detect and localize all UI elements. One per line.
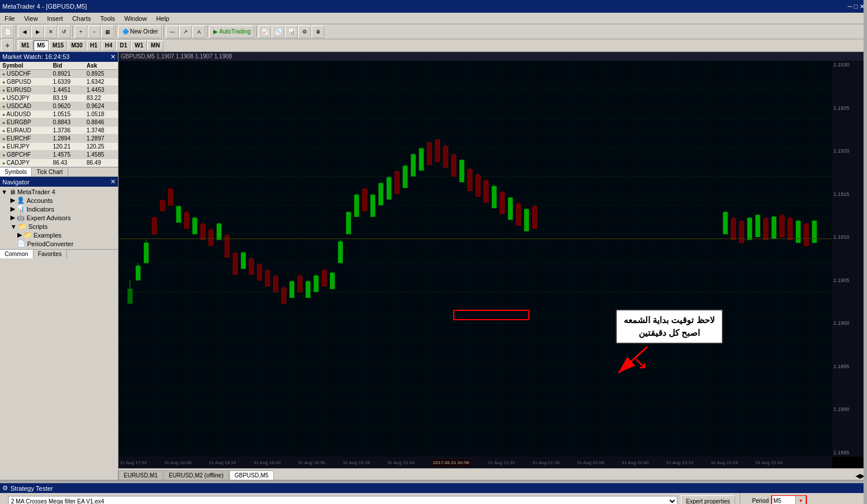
- tf-m5[interactable]: M5: [34, 40, 49, 51]
- menu-file[interactable]: File: [0, 14, 20, 23]
- tab-tick-chart[interactable]: Tick Chart: [32, 168, 68, 176]
- market-watch-close[interactable]: ✕: [110, 53, 116, 61]
- chart-btn[interactable]: ▦: [101, 25, 114, 38]
- ea-icon: 🤖: [17, 214, 25, 221]
- market-watch-row[interactable]: ● USDJPY 83.19 83.22: [0, 94, 118, 102]
- text-btn[interactable]: A: [192, 25, 205, 38]
- svg-rect-41: [249, 259, 254, 275]
- col-bid: Bid: [50, 62, 84, 70]
- main-area: Market Watch: 16:24:53 ✕ Symbol Bid Ask …: [0, 52, 867, 480]
- tf-h1[interactable]: H1: [87, 40, 101, 51]
- tree-indicators[interactable]: ▶ 📊 Indicators: [1, 205, 117, 213]
- menu-help[interactable]: Help: [151, 14, 174, 23]
- tree-examples[interactable]: ▶ 📁 Examples: [1, 231, 117, 239]
- left-panel: Market Watch: 16:24:53 ✕ Symbol Bid Ask …: [0, 52, 118, 480]
- svg-rect-105: [508, 198, 513, 220]
- nav-tree: ▼ 🖥 MetaTrader 4 ▶ 👤 Accounts ▶ 📊 Indica…: [0, 187, 118, 249]
- annotation-line2: اصبح كل دقيقتين: [624, 328, 715, 338]
- crosshair-btn[interactable]: ✛: [1, 39, 14, 52]
- menu-view[interactable]: View: [20, 14, 43, 23]
- indicator2-btn[interactable]: 📉: [272, 25, 284, 38]
- zoom-out-btn[interactable]: −: [88, 25, 101, 38]
- menu-window[interactable]: Window: [120, 14, 151, 23]
- new-order-btn[interactable]: 🔷 New Order: [118, 25, 162, 38]
- menu-tools[interactable]: Tools: [95, 14, 120, 23]
- market-watch-row[interactable]: ● CADJPY 86.43 86.49: [0, 159, 118, 167]
- market-watch-row[interactable]: ● GBPUSD 1.6339 1.6342: [0, 78, 118, 86]
- mw-bid: 0.8843: [50, 118, 84, 127]
- chart-tab-eurusd-m1[interactable]: EURUSD,M1: [118, 470, 163, 480]
- tf-h4[interactable]: H4: [102, 40, 116, 51]
- new-order-label: New Order: [130, 28, 158, 35]
- ea-selector[interactable]: 2 MA Crosses Mega filter EA V1.ex4: [8, 496, 677, 504]
- screenshot-btn[interactable]: 🖥: [312, 25, 324, 38]
- tf-m30[interactable]: M30: [68, 40, 86, 51]
- tf-d1[interactable]: D1: [116, 40, 131, 51]
- svg-rect-63: [338, 242, 343, 263]
- svg-rect-71: [370, 195, 375, 217]
- tf-m1[interactable]: M1: [18, 40, 33, 51]
- indicator1-btn[interactable]: 📈: [258, 25, 271, 38]
- tree-expert-advisors[interactable]: ▶ 🤖 Expert Advisors: [1, 213, 117, 222]
- autotrading-btn[interactable]: ▶ AutoTrading: [209, 25, 254, 38]
- maximize-btn[interactable]: □: [854, 3, 858, 10]
- market-watch-row[interactable]: ● AUDUSD 1.0515 1.0518: [0, 110, 118, 118]
- back-btn[interactable]: ◀: [18, 25, 31, 38]
- price-4: 1.1915: [833, 191, 866, 197]
- mw-bid: 86.43: [50, 159, 84, 167]
- navigator-close[interactable]: ✕: [110, 178, 116, 186]
- chart-canvas[interactable]: 1.1530 1.1925 1.1920 1.1915 1.1910 1.190…: [118, 61, 867, 468]
- period-input[interactable]: [772, 496, 795, 504]
- mw-bid: 1.4575: [50, 151, 84, 159]
- tree-scripts[interactable]: ▼ 📁 Scripts: [1, 222, 117, 231]
- indicator4-btn[interactable]: ⚙: [298, 25, 311, 38]
- new-btn[interactable]: 📄: [1, 25, 14, 38]
- menu-charts[interactable]: Charts: [68, 14, 95, 23]
- line-btn[interactable]: —: [166, 25, 179, 38]
- period-dropdown-btn[interactable]: ▼: [795, 496, 806, 504]
- market-watch-row[interactable]: ● EURAUD 1.3736 1.3748: [0, 127, 118, 135]
- tree-period-converter[interactable]: 📄 PeriodConverter: [1, 239, 117, 248]
- mw-symbol: ● EURAUD: [0, 127, 50, 135]
- market-watch-row[interactable]: ● GBPCHF 1.4575 1.4585: [0, 151, 118, 159]
- nav-tab-common[interactable]: Common: [0, 250, 34, 258]
- chart-tab-gbpusd-m5[interactable]: GBPUSD,M5: [229, 470, 274, 480]
- market-watch-row[interactable]: ● EURGBP 0.8843 0.8846: [0, 118, 118, 127]
- market-watch-row[interactable]: ● USDCAD 0.9620 0.9624: [0, 102, 118, 110]
- tf-m15[interactable]: M15: [49, 40, 67, 51]
- nav-tab-favorites[interactable]: Favorites: [34, 250, 67, 258]
- arrow-btn[interactable]: ↗: [179, 25, 192, 38]
- svg-rect-13: [136, 266, 140, 280]
- tf-mn[interactable]: MN: [147, 40, 164, 51]
- forward-btn[interactable]: ▶: [31, 25, 44, 38]
- tree-root[interactable]: ▼ 🖥 MetaTrader 4: [1, 188, 117, 196]
- svg-rect-45: [265, 270, 270, 286]
- chart-tab-eurusd-m2[interactable]: EURUSD,M2 (offline): [164, 470, 229, 480]
- mw-bid: 0.9620: [50, 102, 84, 110]
- mw-bid: 0.8921: [50, 70, 84, 78]
- tab-scroll-left[interactable]: ◀: [855, 472, 860, 480]
- accounts-expand-icon: ▶: [10, 197, 15, 204]
- svg-rect-101: [492, 186, 497, 208]
- navigator-panel: Navigator ✕ ▼ 🖥 MetaTrader 4 ▶ 👤 Account…: [0, 177, 118, 480]
- mw-symbol: ● EURJPY: [0, 143, 50, 151]
- svg-rect-25: [184, 213, 189, 228]
- tree-accounts[interactable]: ▶ 👤 Accounts: [1, 196, 117, 205]
- svg-rect-85: [427, 143, 432, 165]
- mw-ask: 0.9624: [84, 102, 118, 110]
- market-watch-row[interactable]: ● EURCHF 1.2894 1.2897: [0, 135, 118, 143]
- indicator3-btn[interactable]: 📊: [285, 25, 298, 38]
- svg-rect-11: [128, 289, 132, 303]
- time-10: 31 Aug 22:08: [577, 460, 604, 465]
- market-watch-row[interactable]: ● USDCHF 0.8921 0.8925: [0, 70, 118, 78]
- menu-insert[interactable]: Insert: [42, 14, 68, 23]
- minimize-btn[interactable]: ─: [847, 3, 852, 10]
- refresh-btn[interactable]: ↺: [58, 25, 71, 38]
- market-watch-row[interactable]: ● EURUSD 1.4451 1.4453: [0, 86, 118, 94]
- stop-btn[interactable]: ✕: [45, 25, 57, 38]
- tf-w1[interactable]: W1: [131, 40, 147, 51]
- market-watch-row[interactable]: ● EURJPY 120.21 120.25: [0, 143, 118, 151]
- zoom-in-btn[interactable]: +: [75, 25, 87, 38]
- expert-properties-btn[interactable]: Expert properties: [681, 495, 735, 504]
- tab-symbols[interactable]: Symbols: [0, 168, 32, 176]
